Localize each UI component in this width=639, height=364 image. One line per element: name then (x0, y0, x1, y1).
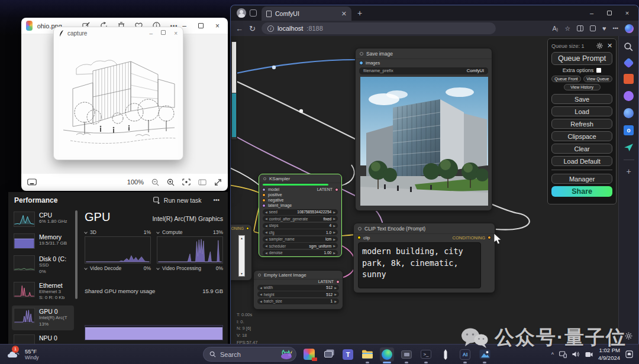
tray-camera-icon[interactable] (585, 352, 593, 358)
conditioning-output-port[interactable] (246, 227, 249, 230)
steps-widget[interactable]: ◀steps4▶ (263, 223, 338, 229)
denoise-widget[interactable]: ◀denoise1.00▶ (263, 250, 338, 256)
latent-output-port[interactable] (336, 280, 340, 284)
view-queue-button[interactable]: View Queue (583, 76, 613, 82)
load-button[interactable]: Load (551, 106, 612, 116)
taskbar-app-paint[interactable] (302, 347, 316, 362)
images-input-port[interactable] (359, 61, 363, 65)
taskbar-app-ai[interactable]: AI (458, 347, 472, 362)
sidebar-item-cpu[interactable]: CPU6% 1.80 GHz (12, 209, 74, 229)
clip-input-port[interactable] (357, 236, 361, 239)
negative-input-port[interactable] (262, 199, 266, 202)
comfyui-canvas[interactable]: Save image images filename_prefix ComfyU… (231, 36, 618, 344)
sidebar-item-npu[interactable]: NPU 0 (12, 332, 74, 344)
chevron-down-icon[interactable] (84, 266, 88, 270)
profile-avatar[interactable] (237, 8, 246, 18)
collapse-icon[interactable] (358, 227, 362, 230)
partial-clip-node[interactable]: ONING ▲▼ (231, 224, 252, 281)
window-close-button[interactable]: × (618, 6, 636, 20)
run-new-task-button[interactable]: Run new task (153, 197, 202, 204)
taskbar-app-snipping[interactable] (399, 347, 414, 362)
taskbar-file-explorer[interactable] (360, 347, 375, 362)
sidebar-item-ethernet[interactable]: EthernetEthernet 3S: 0 R: 0 Kb (12, 280, 74, 304)
taskbar-search-box[interactable]: Search (203, 347, 296, 362)
settings-gear-icon[interactable] (596, 43, 603, 49)
photos-maximize-button[interactable] (198, 23, 204, 28)
positive-input-port[interactable] (262, 193, 266, 197)
start-button[interactable] (183, 347, 198, 362)
browser-tab[interactable]: ComfyUI ✕ (262, 6, 351, 21)
seed-widget[interactable]: ◀seed1087585534422254▶ (263, 209, 338, 215)
empty-latent-image-node[interactable]: Empty Latent Image LATENT ◀width512▶ ◀he… (253, 270, 343, 310)
read-aloud-icon[interactable]: A) (552, 25, 558, 32)
latent-image-input-port[interactable] (262, 204, 266, 207)
collections-icon[interactable] (590, 25, 596, 31)
tray-notifications-icon[interactable] (625, 350, 633, 358)
queue-front-button[interactable]: Queue Front (551, 76, 581, 82)
window-minimize-button[interactable]: – (583, 6, 601, 20)
multi-page-icon[interactable] (198, 179, 206, 186)
sidebar-outlook-icon[interactable]: o (624, 125, 634, 135)
filename-prefix-widget[interactable]: filename_prefix ComfyUI (359, 67, 488, 74)
browser-essentials-icon[interactable]: ♥ (602, 25, 606, 32)
collapse-icon[interactable] (258, 274, 261, 277)
collapse-icon[interactable] (263, 177, 266, 180)
scheduler-widget[interactable]: ◀schedulersgm_uniform▶ (263, 243, 338, 249)
tray-volume-icon[interactable] (572, 351, 580, 358)
filmstrip-icon[interactable] (27, 178, 37, 186)
tray-chevron-up-icon[interactable]: ^ (551, 352, 554, 358)
new-tab-button[interactable]: + (357, 9, 362, 17)
chevron-down-icon[interactable] (156, 230, 160, 234)
chevron-down-icon[interactable] (156, 266, 160, 270)
site-info-icon[interactable]: i (267, 25, 274, 32)
refresh-button[interactable]: Refresh (551, 119, 612, 129)
fit-to-window-icon[interactable] (182, 178, 191, 186)
favorites-star-icon[interactable]: ☆ (564, 25, 570, 32)
share-button[interactable]: Share (551, 186, 612, 197)
sidebar-toolbox-icon[interactable] (624, 74, 634, 84)
width-widget[interactable]: ◀width512▶ (257, 285, 339, 291)
sidebar-settings-gear-icon[interactable] (625, 332, 632, 340)
sampler-name-widget[interactable]: ◀sampler_namelcm▶ (263, 236, 338, 242)
conditioning-output-port[interactable] (488, 236, 491, 239)
back-icon[interactable]: ← (235, 25, 243, 32)
clipspace-button[interactable]: Clipspace (551, 131, 612, 141)
weather-widget[interactable]: 1 55°F Windy (7, 348, 78, 361)
cfg-widget[interactable]: ◀cfg1.0▶ (263, 229, 338, 235)
batch-size-widget[interactable]: ◀batch_size1▶ (257, 298, 339, 304)
control-after-generate-widget[interactable]: ◀control_after_generatefixed▶ (263, 216, 338, 222)
sidebar-send-icon[interactable] (624, 142, 634, 152)
extra-options-checkbox[interactable] (596, 68, 601, 73)
chevron-down-icon[interactable] (84, 230, 88, 234)
sidebar-search-icon[interactable] (624, 42, 634, 52)
clip-text-encode-node[interactable]: CLIP Text Encode (Prompt) clip CONDITION… (353, 223, 495, 293)
load-default-button[interactable]: Load Default (551, 156, 612, 166)
collapse-icon[interactable] (360, 52, 363, 56)
menu-close-icon[interactable]: ✕ (607, 42, 612, 50)
sidebar-people-icon[interactable] (624, 91, 634, 101)
save-image-node[interactable]: Save image images filename_prefix ComfyU… (355, 48, 492, 211)
sidebar-item-memory[interactable]: Memory19.5/31.7 GB (12, 231, 74, 251)
copilot-icon[interactable] (625, 24, 634, 33)
partial-load-image-node[interactable] (231, 41, 237, 140)
sidebar-add-icon[interactable]: + (626, 167, 631, 176)
model-input-port[interactable] (262, 188, 266, 191)
taskbar-app-terminal[interactable]: >_ (419, 347, 433, 362)
taskbar-app-pen[interactable] (438, 347, 453, 362)
split-screen-icon[interactable] (577, 25, 583, 31)
tray-devices-icon[interactable] (559, 351, 567, 358)
more-menu-icon[interactable]: ••• (613, 25, 618, 31)
capture-maximize-button[interactable] (161, 30, 166, 35)
queue-prompt-button[interactable]: Queue Prompt (551, 52, 612, 65)
taskbar-app-photos[interactable] (477, 347, 492, 362)
url-field[interactable]: i localhost :8188 (262, 22, 496, 34)
view-history-button[interactable]: View History (564, 84, 601, 90)
taskbar-task-view[interactable] (321, 347, 335, 362)
capture-minimize-button[interactable]: – (150, 30, 153, 37)
tab-close-icon[interactable]: ✕ (341, 11, 347, 17)
fullscreen-icon[interactable] (214, 178, 222, 186)
workspaces-icon[interactable] (250, 9, 257, 17)
prompt-textarea[interactable]: modern building, city park, 8k, cinemati… (358, 242, 481, 288)
sidebar-item-gpu[interactable]: GPU 0Intel(R) Arc(T13% (12, 306, 74, 330)
ksampler-node[interactable]: KSampler model positive negative latent_… (259, 174, 342, 257)
